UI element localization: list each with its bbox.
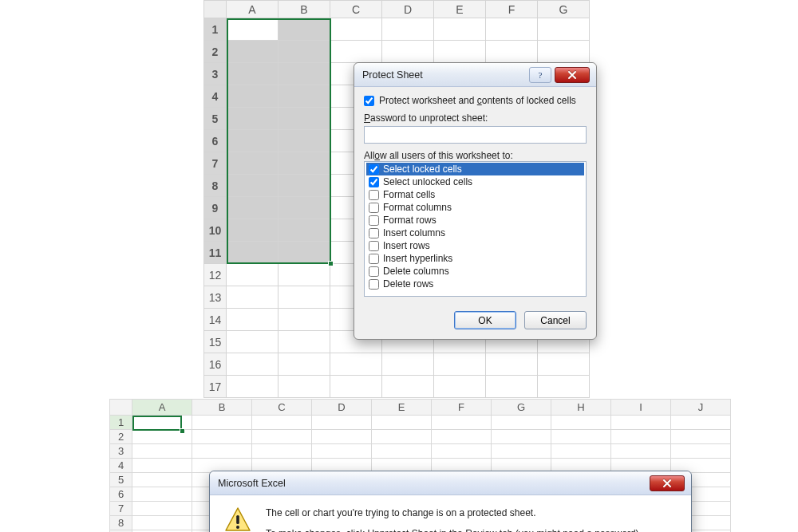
selection-handle[interactable] (328, 261, 334, 266)
help-button[interactable]: ? (529, 67, 551, 83)
col-header[interactable]: F (432, 400, 492, 416)
allow-item-checkbox[interactable] (369, 254, 379, 264)
cell[interactable] (132, 487, 192, 502)
cell[interactable] (279, 331, 330, 353)
cell[interactable] (372, 444, 432, 459)
cell[interactable] (279, 85, 330, 108)
cell[interactable] (538, 18, 590, 41)
row-header[interactable]: 14 (204, 309, 227, 331)
cell[interactable] (551, 430, 611, 444)
cell[interactable] (330, 353, 382, 376)
cell[interactable] (227, 353, 279, 376)
allow-item[interactable]: Select unlocked cells (366, 175, 584, 188)
allow-item-checkbox[interactable] (369, 279, 379, 290)
cell[interactable] (372, 416, 432, 430)
cell[interactable] (434, 376, 486, 398)
cell[interactable] (227, 264, 279, 286)
row-header[interactable]: 5 (204, 108, 227, 130)
cell[interactable] (279, 219, 330, 242)
cell[interactable] (227, 197, 279, 219)
allow-item-checkbox[interactable] (369, 190, 379, 200)
cell[interactable] (611, 444, 671, 459)
cell[interactable] (279, 130, 330, 152)
cell[interactable] (227, 309, 279, 331)
col-header[interactable]: F (486, 1, 538, 18)
cell[interactable] (227, 219, 279, 242)
row-header[interactable]: 2 (110, 430, 132, 444)
cell[interactable] (330, 18, 382, 41)
cell[interactable] (538, 41, 590, 63)
cell[interactable] (330, 376, 382, 398)
cell[interactable] (279, 353, 330, 376)
row-header[interactable]: 10 (204, 219, 227, 242)
cell[interactable] (132, 459, 192, 473)
row-header[interactable]: 13 (204, 286, 227, 309)
cell[interactable] (227, 18, 279, 41)
col-header[interactable]: A (227, 1, 279, 18)
cell[interactable] (538, 353, 590, 376)
cell[interactable] (279, 309, 330, 331)
allow-item-checkbox[interactable] (369, 266, 379, 277)
cell[interactable] (434, 41, 486, 63)
cell[interactable] (382, 376, 434, 398)
row-header[interactable]: 6 (204, 130, 227, 152)
allow-item-checkbox[interactable] (369, 164, 379, 175)
cell[interactable] (279, 286, 330, 309)
row-header[interactable]: 1 (204, 18, 227, 41)
col-header[interactable]: C (252, 400, 312, 416)
allow-item-checkbox[interactable] (369, 241, 379, 251)
allow-item[interactable]: Insert columns (366, 227, 584, 239)
cell[interactable] (382, 353, 434, 376)
cell[interactable] (492, 444, 551, 459)
cell[interactable] (227, 130, 279, 152)
cell[interactable] (279, 242, 330, 264)
cell[interactable] (382, 41, 434, 63)
allow-item-checkbox[interactable] (369, 215, 379, 226)
cell[interactable] (330, 41, 382, 63)
cell[interactable] (279, 264, 330, 286)
row-header[interactable]: 3 (204, 63, 227, 85)
cell[interactable] (492, 430, 551, 444)
cell[interactable] (611, 416, 671, 430)
cell[interactable] (312, 416, 372, 430)
cell[interactable] (538, 376, 590, 398)
cell[interactable] (227, 108, 279, 130)
row-header[interactable]: 6 (110, 487, 132, 502)
allow-item[interactable]: Format cells (366, 188, 584, 201)
cell[interactable] (312, 430, 372, 444)
row-header[interactable]: 4 (204, 85, 227, 108)
cell[interactable] (671, 444, 731, 459)
row-header[interactable]: 8 (110, 516, 132, 530)
cell[interactable] (432, 430, 492, 444)
cell[interactable] (132, 416, 192, 430)
col-header[interactable]: B (192, 400, 252, 416)
cell[interactable] (486, 353, 538, 376)
row-header[interactable]: 2 (204, 41, 227, 63)
cell[interactable] (227, 331, 279, 353)
cell[interactable] (132, 516, 192, 530)
allow-item[interactable]: Delete columns (366, 265, 584, 278)
allow-item-checkbox[interactable] (369, 228, 379, 238)
cell[interactable] (279, 197, 330, 219)
col-header[interactable]: B (279, 1, 330, 18)
row-header[interactable]: 7 (110, 502, 132, 516)
cell[interactable] (227, 152, 279, 175)
cell[interactable] (312, 444, 372, 459)
row-header[interactable]: 12 (204, 264, 227, 286)
cell[interactable] (611, 430, 671, 444)
row-header[interactable]: 11 (204, 242, 227, 264)
cell[interactable] (279, 376, 330, 398)
select-all-corner[interactable] (204, 1, 227, 18)
cell[interactable] (227, 376, 279, 398)
select-all-corner[interactable] (110, 400, 132, 416)
col-header[interactable]: C (330, 1, 382, 18)
col-header[interactable]: D (312, 400, 372, 416)
col-header[interactable]: E (434, 1, 486, 18)
row-header[interactable]: 17 (204, 376, 227, 398)
row-header[interactable]: 7 (204, 152, 227, 175)
cell[interactable] (432, 416, 492, 430)
col-header[interactable]: H (551, 400, 611, 416)
col-header[interactable]: G (538, 1, 590, 18)
col-header[interactable]: E (372, 400, 432, 416)
cell[interactable] (132, 444, 192, 459)
